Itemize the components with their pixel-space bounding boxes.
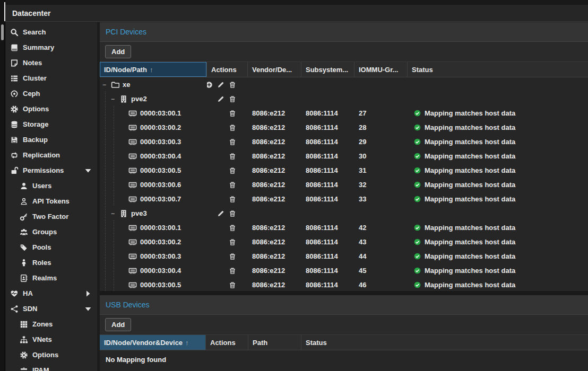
sidebar-item-vnets[interactable]: VNets [5, 332, 97, 347]
column-header-subsystem-[interactable]: Subsystem... [301, 62, 354, 77]
user-outline-icon [20, 197, 28, 206]
pci-panel-title: PCI Devices [106, 28, 146, 36]
panel-splitter[interactable] [100, 291, 588, 295]
tree-label: 0000:03:00.6 [140, 181, 181, 189]
gear-icon [10, 105, 19, 113]
vendor-cell: 8086:e212 [248, 278, 301, 291]
sidebar-item-ha[interactable]: HA [5, 286, 97, 301]
pci-card-icon [128, 138, 137, 146]
check-circle-icon [414, 267, 421, 274]
table-row-0000-03-00-3[interactable]: 0000:03:00.38086:e2128086:111444Mapping … [100, 249, 588, 263]
tree-expander-icon[interactable] [111, 95, 116, 103]
sidebar-item-ceph[interactable]: Ceph [5, 86, 97, 101]
sidebar-item-roles[interactable]: Roles [5, 255, 97, 270]
table-row-0000-03-00-1[interactable]: 0000:03:00.18086:e2128086:111427Mapping … [100, 106, 588, 120]
sidebar-item-summary[interactable]: Summary [5, 40, 97, 55]
status-text: Mapping matches host data [425, 109, 515, 117]
table-row-0000-03-00-6[interactable]: 0000:03:00.68086:e2128086:111432Mapping … [100, 178, 588, 192]
chevron-right-icon[interactable] [84, 289, 92, 298]
table-row-pve3[interactable]: pve3 [100, 206, 588, 220]
table-row-0000-03-00-3[interactable]: 0000:03:00.38086:e2128086:111429Mapping … [100, 135, 588, 149]
iommu-group-cell [354, 77, 408, 92]
check-circle-icon [414, 281, 421, 288]
tree-label: 0000:03:00.1 [140, 224, 181, 232]
column-header-iommu-gr-[interactable]: IOMMU-Gr... [354, 62, 408, 77]
column-header-status[interactable]: Status [408, 62, 588, 77]
pci-card-icon [128, 109, 137, 118]
trash-icon[interactable] [229, 167, 236, 174]
trash-icon[interactable] [229, 153, 236, 160]
table-row-pve2[interactable]: pve2 [100, 92, 588, 106]
pci-add-button[interactable]: Add [105, 45, 131, 58]
chevron-down-icon[interactable] [84, 166, 92, 175]
table-row-0000-03-00-4[interactable]: 0000:03:00.48086:e2128086:111445Mapping … [100, 263, 588, 278]
sidebar: SearchSummaryNotesClusterCephOptionsStor… [5, 22, 97, 371]
table-row-0000-03-00-2[interactable]: 0000:03:00.28086:e2128086:111443Mapping … [100, 235, 588, 249]
table-row-0000-03-00-4[interactable]: 0000:03:00.48086:e2128086:111430Mapping … [100, 149, 588, 163]
column-header-id-node-path[interactable]: ID/Node/Path↑ [100, 62, 207, 77]
sidebar-item-search[interactable]: Search [5, 24, 97, 40]
column-header-id-node-vendor-device[interactable]: ID/Node/Vendor&Device↑ [100, 335, 206, 350]
table-row-0000-03-00-2[interactable]: 0000:03:00.28086:e2128086:111428Mapping … [100, 120, 588, 135]
column-header-actions[interactable]: Actions [207, 62, 248, 77]
table-row-xe[interactable]: xe [100, 77, 588, 92]
table-row-0000-03-00-7[interactable]: 0000:03:00.78086:e2128086:111433Mapping … [100, 192, 588, 206]
table-row-0000-03-00-1[interactable]: 0000:03:00.18086:e2128086:111442Mapping … [100, 220, 588, 235]
trash-icon[interactable] [229, 81, 236, 89]
tree-expander-icon[interactable] [102, 81, 108, 89]
column-header-vendor-de-[interactable]: Vendor/De... [248, 62, 301, 77]
vendor-cell: 8086:e212 [248, 163, 301, 178]
tree-cell: pve2 [100, 92, 207, 106]
trash-icon[interactable] [229, 110, 236, 117]
left-scrollbar-thumb[interactable] [1, 24, 4, 40]
tree-expander-icon[interactable] [111, 210, 116, 217]
sidebar-item-replication[interactable]: Replication [5, 147, 97, 163]
sitemap-icon [20, 335, 28, 344]
pencil-icon[interactable] [217, 81, 224, 89]
sidebar-item-users[interactable]: Users [5, 178, 97, 193]
column-header-status[interactable]: Status [301, 335, 588, 350]
sidebar-item-label: Realms [32, 274, 57, 282]
grid-icon [20, 320, 28, 329]
sidebar-item-cluster[interactable]: Cluster [5, 70, 97, 86]
plus-circle-icon[interactable] [207, 81, 213, 89]
trash-icon[interactable] [229, 138, 236, 146]
column-header-actions[interactable]: Actions [206, 335, 248, 350]
sidebar-item-pools[interactable]: Pools [5, 240, 97, 255]
trash-icon[interactable] [229, 238, 236, 246]
trash-icon[interactable] [229, 281, 236, 289]
sidebar-item-storage[interactable]: Storage [5, 117, 97, 132]
sidebar-item-options[interactable]: Options [5, 101, 97, 117]
trash-icon[interactable] [229, 253, 236, 260]
sidebar-item-api-tokens[interactable]: API Tokens [5, 193, 97, 209]
sidebar-item-notes[interactable]: Notes [5, 55, 97, 70]
sidebar-item-options[interactable]: Options [5, 347, 97, 363]
table-row-0000-03-00-5[interactable]: 0000:03:00.58086:e2128086:111431Mapping … [100, 163, 588, 178]
chevron-down-icon[interactable] [84, 305, 92, 313]
trash-icon[interactable] [229, 181, 236, 189]
trash-icon[interactable] [229, 267, 236, 275]
usb-add-button[interactable]: Add [105, 318, 131, 331]
sidebar-item-realms[interactable]: Realms [5, 270, 97, 286]
trash-icon[interactable] [229, 210, 236, 217]
left-scrollbar[interactable] [0, 0, 5, 371]
sidebar-item-two-factor[interactable]: Two Factor [5, 209, 97, 224]
trash-icon[interactable] [229, 124, 236, 131]
trash-icon[interactable] [229, 95, 236, 103]
trash-icon[interactable] [229, 196, 236, 203]
pencil-icon[interactable] [217, 210, 224, 217]
actions-cell [207, 163, 248, 178]
pencil-icon[interactable] [217, 95, 224, 103]
sidebar-item-sdn[interactable]: SDN [5, 301, 97, 316]
sidebar-item-zones[interactable]: Zones [5, 316, 97, 332]
sidebar-item-label: Zones [32, 320, 53, 328]
iommu-group-cell [354, 92, 408, 106]
trash-icon[interactable] [229, 224, 236, 232]
column-header-path[interactable]: Path [248, 335, 301, 350]
sidebar-item-backup[interactable]: Backup [5, 132, 97, 147]
sidebar-item-permissions[interactable]: Permissions [5, 163, 97, 178]
sidebar-item-ipam[interactable]: IPAM [5, 363, 97, 371]
sidebar-item-groups[interactable]: Groups [5, 224, 97, 240]
subsystem-cell: 8086:1114 [301, 178, 354, 192]
table-row-0000-03-00-5[interactable]: 0000:03:00.58086:e2128086:111446Mapping … [100, 278, 588, 291]
